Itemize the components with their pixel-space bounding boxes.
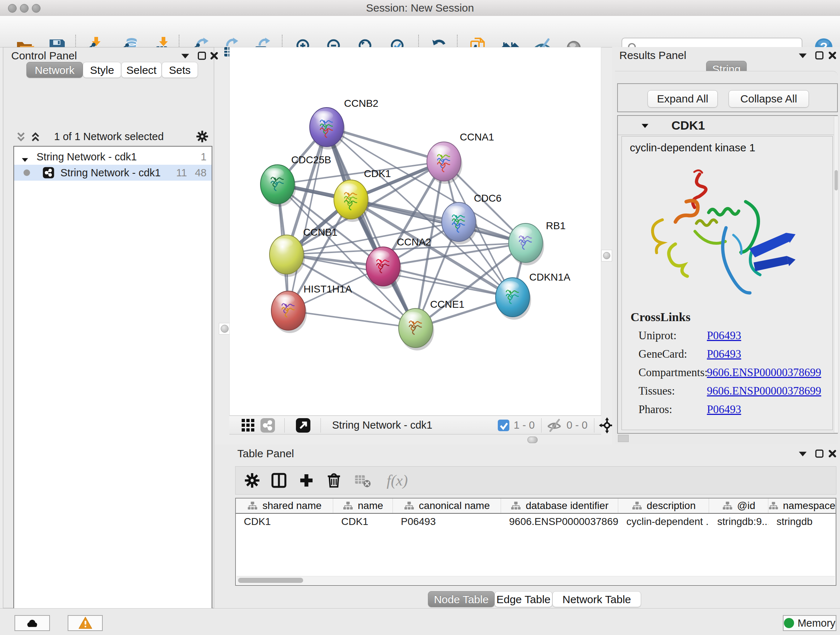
tab-node-table[interactable]: Node Table: [428, 591, 494, 607]
crosslink-row-pharos: Pharos:P06493: [622, 403, 832, 421]
memory-button[interactable]: Memory: [783, 615, 836, 631]
crosslink-label: Uniprot:: [638, 329, 676, 342]
network-share-gray-icon[interactable]: [260, 417, 276, 433]
memory-status-dot-icon: [784, 618, 794, 628]
show-columns-icon[interactable]: [269, 470, 289, 491]
crosslink-compartments-link[interactable]: 9606.ENSP00000378699: [707, 366, 821, 379]
table-panel-close-icon[interactable]: [827, 448, 838, 459]
network-tree-toolbar: 1 of 1 Network selected: [8, 128, 210, 145]
results-entry-cdk1: CDK1 cyclin-dependent kinase 1: [617, 115, 838, 434]
crosslink-pharos-link[interactable]: P06493: [707, 403, 741, 416]
column-header--id[interactable]: @id: [709, 499, 768, 513]
results-entry-header[interactable]: CDK1: [618, 116, 837, 135]
control-panel-float-icon[interactable]: [180, 50, 191, 61]
control-panel-title: Control Panel: [11, 50, 77, 62]
network-node-CCNB1[interactable]: CCNB1: [270, 226, 338, 277]
delete-table-icon[interactable]: [353, 470, 373, 491]
results-panel-title: Results Panel: [619, 49, 686, 62]
right-splitter-handle[interactable]: [601, 250, 612, 261]
scrollbar-thumb[interactable]: [238, 578, 303, 583]
network-node-CCNE1[interactable]: CCNE1: [399, 299, 464, 350]
table-settings-gear-icon[interactable]: [242, 470, 262, 491]
table-horizontal-scrollbar[interactable]: [237, 576, 835, 584]
network-edge[interactable]: [288, 310, 416, 328]
crosslink-row-genecard: GeneCard:P06493: [622, 348, 832, 366]
results-panel-maximize-icon[interactable]: [814, 50, 825, 61]
selected-checkbox-icon[interactable]: [497, 419, 510, 432]
collapse-all-button[interactable]: Collapse All: [729, 90, 809, 108]
network-node-CCNB2[interactable]: CCNB2: [309, 98, 378, 149]
table-panel-title: Table Panel: [237, 448, 294, 460]
control-panel-maximize-icon[interactable]: [196, 50, 207, 61]
function-builder-icon[interactable]: f(x): [381, 470, 414, 491]
table-cell[interactable]: P06493: [393, 514, 501, 530]
cloud-status-button[interactable]: [14, 615, 50, 631]
table-panel-float-icon[interactable]: [797, 448, 808, 459]
table-row[interactable]: CDK1CDK1P064939606.ENSP00000378699cyclin…: [236, 514, 836, 530]
network-canvas[interactable]: CCNB2CCNA1CDC25BCDK1CDC6RB1CCNB1CCNA2CDK…: [229, 47, 601, 416]
expand-all-button[interactable]: Expand All: [647, 90, 718, 108]
application-window: Session: New Session ? Control Panel Net…: [0, 0, 840, 635]
protein-structure-image: [640, 159, 806, 304]
column-header-description[interactable]: description: [618, 499, 709, 513]
results-panel-float-icon[interactable]: [797, 50, 808, 61]
tab-style[interactable]: Style: [83, 62, 121, 78]
tab-edge-table[interactable]: Edge Table: [494, 591, 553, 607]
table-cell[interactable]: CDK1: [333, 514, 393, 530]
network-node-CDKN1A[interactable]: CDKN1A: [496, 272, 570, 320]
network-node-RB1[interactable]: RB1: [508, 220, 565, 265]
memory-label: Memory: [798, 617, 836, 629]
table-cell[interactable]: stringdb: [768, 514, 836, 530]
network-node-HIST1H1A[interactable]: HIST1H1A: [271, 283, 352, 333]
table-cell[interactable]: stringdb:9...: [709, 514, 769, 530]
network-options-gear-icon[interactable]: [195, 129, 210, 144]
node-label: CCNE1: [430, 299, 464, 310]
column-header-name[interactable]: name: [333, 499, 393, 513]
tab-sets[interactable]: Sets: [162, 62, 198, 78]
table-cell[interactable]: CDK1: [236, 514, 333, 530]
network-node-CDC6[interactable]: CDC6: [442, 193, 501, 244]
results-panel-close-icon[interactable]: [827, 50, 838, 61]
column-header-namespace[interactable]: namespace: [768, 499, 836, 513]
column-header-canonical-name[interactable]: canonical name: [393, 499, 501, 513]
network-view-toolbar: String Network - cdk1 1 - 0 0 - 0: [229, 416, 601, 434]
crosslinks-title: CrossLinks: [630, 310, 691, 324]
network-share-badge-icon: [42, 166, 55, 179]
tab-network[interactable]: Network: [27, 62, 83, 78]
open-in-window-icon[interactable]: [295, 417, 311, 433]
network-collection-row[interactable]: String Network - cdk1 1: [14, 149, 212, 165]
column-header-shared-name[interactable]: shared name: [236, 499, 333, 513]
crosslink-genecard-link[interactable]: P06493: [707, 348, 741, 361]
hidden-eye-slash-icon[interactable]: [546, 417, 562, 433]
warnings-button[interactable]: [68, 615, 103, 631]
node-label: CDC25B: [291, 154, 331, 165]
collection-collapse-caret-icon[interactable]: [21, 152, 29, 161]
node-label: RB1: [546, 220, 565, 231]
table-cell[interactable]: 9606.ENSP00000378699: [501, 514, 618, 530]
table-cell[interactable]: cyclin-dependent ...: [618, 514, 709, 530]
control-panel-close-icon[interactable]: [209, 50, 219, 61]
delete-column-trash-icon[interactable]: [324, 470, 344, 491]
birdseye-grid-icon[interactable]: [240, 417, 256, 433]
results-expand-collapse-box: Expand All Collapse All: [617, 83, 838, 112]
network-row[interactable]: String Network - cdk1 11 48: [14, 165, 212, 181]
entry-collapse-caret-icon[interactable]: [640, 121, 650, 130]
network-edge[interactable]: [327, 127, 416, 328]
left-splitter-handle[interactable]: [219, 323, 231, 334]
tab-select[interactable]: Select: [121, 62, 162, 78]
crosslink-tissues-link[interactable]: 9606.ENSP00000378699: [707, 385, 821, 397]
tab-network-table[interactable]: Network Table: [553, 591, 641, 607]
crosslink-uniprot-link[interactable]: P06493: [707, 329, 741, 342]
column-header-database-identifier[interactable]: database identifier: [501, 499, 618, 513]
network-tree: String Network - cdk1 1 String Network -…: [13, 146, 212, 635]
network-node-count: 11: [176, 165, 187, 181]
results-horizontal-scrollbar[interactable]: [618, 435, 629, 442]
network-node-CCNA1[interactable]: CCNA1: [427, 131, 494, 184]
results-vertical-scrollbar[interactable]: [834, 116, 838, 433]
network-graph[interactable]: CCNB2CCNA1CDC25BCDK1CDC6RB1CCNB1CCNA2CDK…: [230, 48, 601, 415]
create-column-plus-icon[interactable]: [296, 470, 317, 491]
table-panel-maximize-icon[interactable]: [814, 448, 825, 459]
network-node-CCNA2[interactable]: CCNA2: [366, 236, 431, 289]
bottom-splitter-handle[interactable]: [527, 437, 538, 443]
cloud-icon: [25, 616, 39, 630]
